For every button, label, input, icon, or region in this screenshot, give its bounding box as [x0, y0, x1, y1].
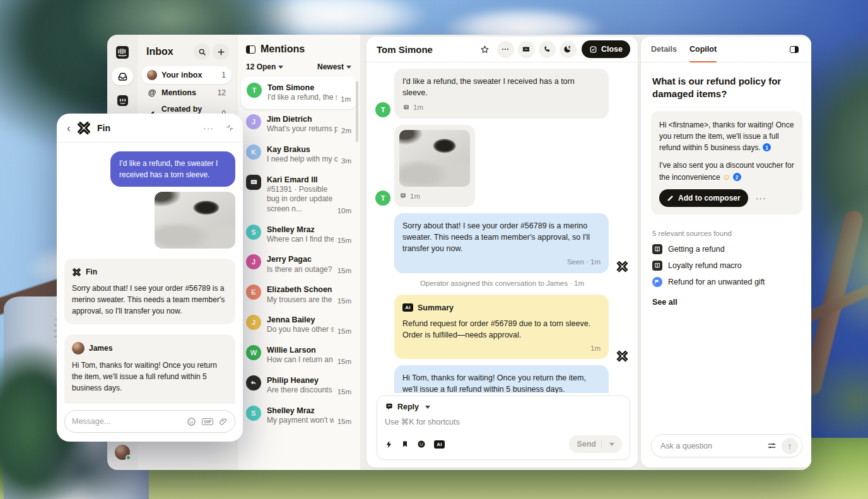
sidebar-item-label: Mentions [161, 88, 196, 97]
list-item[interactable]: Kari Emard III #51391 · Possible bug in … [237, 170, 360, 220]
customer-avatar: T [375, 191, 390, 206]
agent-avatar [72, 342, 85, 355]
unread-count: 1 [221, 71, 226, 79]
star-icon [480, 45, 490, 54]
conversation-preview: Are there discounts av... [267, 385, 334, 396]
send-button[interactable]: Send [569, 435, 622, 453]
list-item[interactable]: K Kay Brakus I need help with my order3m [237, 139, 360, 170]
ai-assist-icon[interactable]: AI [434, 440, 445, 449]
answer-more-button[interactable]: ··· [756, 192, 766, 205]
submit-question-button[interactable]: ↑ [782, 438, 798, 454]
conversation-name: Tom Simone [267, 83, 351, 93]
list-item[interactable]: J Jim Dietrich What's your returns poli.… [237, 109, 360, 139]
conversation-preview: Is there an outage? I c... [267, 265, 334, 275]
conversation-name: Jerry Pagac [267, 254, 351, 264]
composer-mode[interactable]: Reply [397, 402, 419, 411]
star-button[interactable] [476, 41, 493, 58]
source-item[interactable]: Refund for an unwanted gift [652, 274, 801, 290]
list-item[interactable]: J Jenna Bailey Do you have other size...… [237, 310, 360, 340]
user-avatar[interactable] [115, 445, 130, 460]
tab-copilot[interactable]: Copilot [689, 37, 717, 62]
citation-1[interactable]: 1 [763, 143, 771, 151]
open-filter-dropdown[interactable]: 12 Open [246, 62, 283, 71]
collapse-panel-button[interactable] [786, 41, 802, 57]
close-button[interactable]: Close [582, 40, 630, 58]
snooze-button[interactable] [560, 41, 577, 58]
ticket-button[interactable] [518, 41, 535, 58]
conversation-name: Shelley Mraz [267, 225, 351, 235]
fin-ai-icon[interactable] [112, 91, 133, 109]
message-time: 1m [410, 191, 420, 202]
avatar: T [247, 83, 262, 98]
list-item[interactable]: J Jerry Pagac Is there an outage? I c...… [237, 249, 360, 279]
fin-messenger-widget: ‹ Fin ··· I'd like a refund, the sweater… [57, 114, 243, 442]
list-item[interactable]: T Tom Simone I'd like a refund, the swe.… [241, 76, 356, 109]
list-item[interactable]: E Elizabeth Schoen My trousers are the w… [237, 279, 360, 310]
emoji-picker-icon[interactable] [417, 440, 426, 449]
ask-question-bar[interactable]: ↑ [651, 434, 802, 457]
attachment-paperclip-icon[interactable] [219, 417, 228, 426]
answer-paragraph: Hi <firstname>, thanks for waiting! Once… [659, 119, 794, 153]
conversation-time: 15m [337, 267, 351, 274]
widget-more-button[interactable]: ··· [203, 123, 214, 133]
chevron-down-icon [346, 66, 351, 69]
new-conversation-button[interactable] [213, 44, 229, 60]
filter-sliders-icon[interactable] [767, 441, 777, 450]
list-item[interactable]: Philip Heaney Are there discounts av...1… [237, 370, 360, 401]
source-item[interactable]: Getting a refund [652, 241, 801, 257]
conversation-name: Jenna Bailey [267, 315, 351, 325]
emoji-icon[interactable] [187, 417, 196, 426]
avatar: E [246, 285, 261, 300]
message-text: Sorry about that! I see your order #5678… [72, 283, 228, 317]
sidebar-item-mentions[interactable]: @ Mentions 12 [141, 84, 232, 101]
widget-message-input[interactable] [72, 417, 181, 426]
add-to-composer-button[interactable]: Add to composer [659, 189, 748, 207]
inbox-icon[interactable] [112, 68, 133, 85]
source-label: Refund for an unwanted gift [668, 278, 765, 286]
at-icon: @ [147, 88, 157, 97]
more-options-button[interactable] [497, 41, 514, 58]
list-item[interactable]: W Willie Larson How can I return an ite.… [237, 340, 360, 370]
smiley-emoji: ☺ [722, 172, 730, 182]
avatar: W [246, 345, 261, 360]
summary-title: Summary [418, 302, 454, 314]
message-thread: T I'd like a refund, the sweater I recei… [367, 62, 638, 393]
list-item[interactable]: S Shelley Mraz My payment won't wor...15… [237, 401, 360, 431]
intercom-logo-icon[interactable] [112, 44, 133, 61]
sort-dropdown[interactable]: Newest [317, 62, 351, 71]
attachment-image-sweater[interactable] [399, 130, 470, 187]
user-message-bubble: I'd like a refund, the sweater I receive… [110, 151, 235, 187]
back-chevron-icon[interactable]: ‹ [67, 122, 71, 134]
ask-question-input[interactable] [660, 442, 762, 450]
see-all-link[interactable]: See all [652, 298, 801, 307]
customer-image-message: T 1m [367, 125, 638, 207]
reply-input[interactable] [385, 418, 622, 426]
saved-replies-icon[interactable] [401, 440, 409, 448]
sidebar-item-your-inbox[interactable]: Your inbox 1 [141, 66, 232, 84]
shortcut-bolt-icon[interactable] [385, 440, 393, 449]
source-label: Getting a refund [668, 245, 725, 254]
message-text: I've also sent you a discount voucher fo… [72, 401, 228, 404]
widget-message-bar[interactable]: GIF [64, 410, 235, 433]
conversation-name: Elizabeth Schoen [267, 285, 351, 295]
customer-avatar: T [375, 102, 390, 117]
macro-icon [652, 261, 662, 271]
source-item[interactable]: Loyalty refund macro [652, 257, 801, 274]
fin-message-card: Fin Sorry about that! I see your order #… [64, 259, 235, 324]
reply-chat-icon [385, 402, 394, 411]
tab-details[interactable]: Details [651, 37, 677, 62]
search-button[interactable] [194, 44, 210, 60]
collapse-widget-icon[interactable] [226, 124, 234, 132]
call-button[interactable] [539, 41, 556, 58]
list-item[interactable]: S Shelley Mraz Where can I find the late… [237, 220, 360, 250]
sender-name: James [89, 343, 112, 354]
scrollbar[interactable] [356, 81, 358, 142]
citation-2[interactable]: 2 [733, 173, 741, 181]
avatar: J [246, 315, 261, 330]
conversation-name: Shelley Mraz [267, 406, 351, 416]
reply-composer[interactable]: Reply AI Send [377, 396, 630, 460]
main-area: Tom Simone [360, 35, 811, 470]
gif-picker-icon[interactable]: GIF [202, 418, 213, 425]
chevron-down-icon [425, 406, 430, 409]
user-image-attachment[interactable] [155, 192, 235, 249]
